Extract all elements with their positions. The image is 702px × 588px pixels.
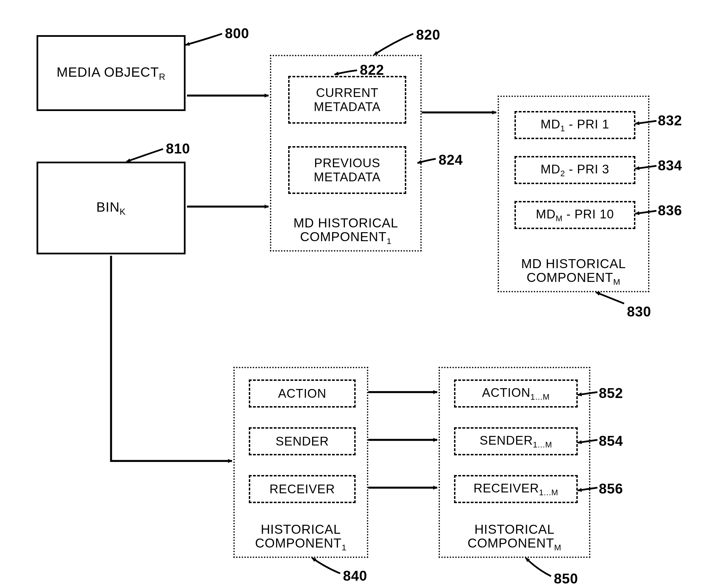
ref-822: 822 bbox=[360, 62, 384, 78]
action-1m-box: ACTION1...M bbox=[454, 379, 578, 407]
action-box: ACTION bbox=[249, 379, 356, 407]
ref-852: 852 bbox=[599, 385, 623, 401]
md-hist-1-caption-l2: COMPONENT1 bbox=[271, 229, 420, 246]
current-metadata-box: CURRENT METADATA bbox=[288, 76, 406, 124]
md1-pri1-box: MD1 - PRI 1 bbox=[514, 111, 635, 139]
ref-830: 830 bbox=[627, 304, 651, 320]
md-historical-component-1: CURRENT METADATA PREVIOUS METADATA MD HI… bbox=[270, 55, 422, 252]
md-hist-m-caption-l1: MD HISTORICAL bbox=[499, 256, 648, 271]
previous-metadata-l2: METADATA bbox=[314, 170, 381, 184]
media-object-label: MEDIA OBJECTR bbox=[56, 65, 165, 82]
hist-m-caption-l2: COMPONENTM bbox=[440, 536, 589, 552]
bin-label: BINK bbox=[96, 199, 126, 217]
hist-1-caption-l1: HISTORICAL bbox=[235, 522, 367, 537]
ref-810: 810 bbox=[166, 140, 190, 157]
ref-854: 854 bbox=[599, 433, 623, 449]
diagram-stage: MEDIA OBJECTR 800 BINK 810 CURRENT METAD… bbox=[0, 0, 702, 588]
current-metadata-l1: CURRENT bbox=[316, 86, 378, 100]
md-historical-component-m: MD1 - PRI 1 MD2 - PRI 3 MDM - PRI 10 MD … bbox=[498, 96, 650, 292]
historical-component-1: ACTION SENDER RECEIVER HISTORICAL COMPON… bbox=[233, 367, 368, 558]
receiver-box: RECEIVER bbox=[249, 475, 356, 503]
hist-m-caption-l1: HISTORICAL bbox=[440, 522, 589, 537]
previous-metadata-l1: PREVIOUS bbox=[314, 156, 380, 170]
sender-box: SENDER bbox=[249, 427, 356, 455]
ref-834: 834 bbox=[658, 157, 682, 174]
current-metadata-l2: METADATA bbox=[314, 100, 381, 114]
receiver-1m-box: RECEIVER1...M bbox=[454, 475, 578, 503]
media-object-box: MEDIA OBJECTR bbox=[36, 35, 186, 111]
md-hist-m-caption-l2: COMPONENTM bbox=[499, 270, 648, 287]
ref-836: 836 bbox=[658, 202, 682, 219]
ref-840: 840 bbox=[343, 568, 367, 584]
ref-832: 832 bbox=[658, 112, 682, 129]
sender-1m-box: SENDER1...M bbox=[454, 427, 578, 455]
ref-856: 856 bbox=[599, 481, 623, 497]
ref-800: 800 bbox=[225, 25, 249, 41]
mdm-pri10-box: MDM - PRI 10 bbox=[514, 201, 635, 229]
ref-850: 850 bbox=[554, 571, 578, 587]
hist-1-caption-l2: COMPONENT1 bbox=[235, 536, 367, 552]
previous-metadata-box: PREVIOUS METADATA bbox=[288, 146, 406, 194]
historical-component-m: ACTION1...M SENDER1...M RECEIVER1...M HI… bbox=[439, 367, 590, 558]
ref-824: 824 bbox=[439, 152, 463, 168]
ref-820: 820 bbox=[416, 27, 440, 43]
md2-pri3-box: MD2 - PRI 3 bbox=[514, 156, 635, 184]
bin-box: BINK bbox=[36, 161, 186, 254]
md-hist-1-caption-l1: MD HISTORICAL bbox=[271, 215, 420, 230]
